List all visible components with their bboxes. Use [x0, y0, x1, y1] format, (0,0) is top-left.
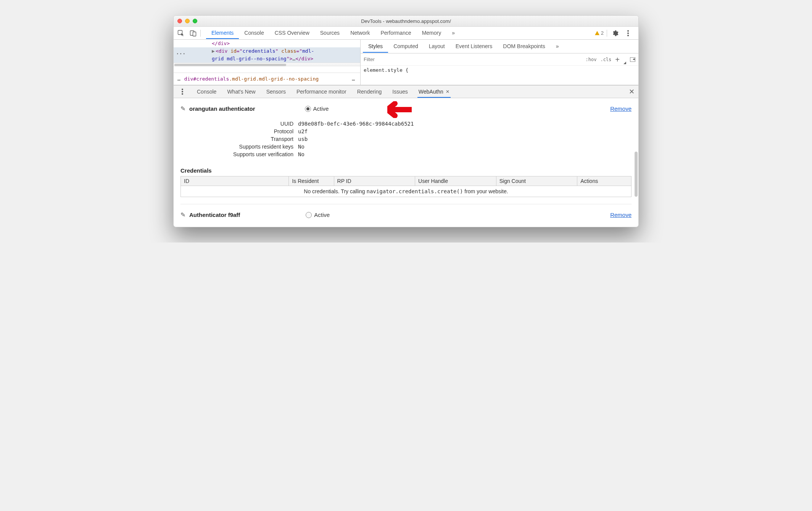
svg-point-5 [627, 35, 629, 36]
col-signcount: Sign Count [496, 176, 577, 186]
warnings-badge[interactable]: 2 [595, 30, 604, 36]
vertical-scrollbar[interactable] [635, 152, 638, 216]
authenticator-name: orangutan authenticator [189, 105, 255, 112]
authenticator-row: ✎ orangutan authenticator Active Remove … [180, 103, 632, 197]
window-title: DevTools - webauthndemo.appspot.com/ [174, 18, 638, 24]
prop-transport-value: usb [298, 136, 308, 142]
tab-elements[interactable]: Elements [206, 27, 239, 39]
styles-tab-dom-breakpoints[interactable]: DOM Breakpoints [498, 40, 550, 53]
cls-toggle[interactable]: .cls [600, 57, 611, 62]
dom-line-prev: </div> [212, 40, 230, 46]
settings-icon[interactable] [610, 28, 620, 38]
col-id: ID [181, 176, 289, 186]
elements-pane: ··· </div> ▶<div id="credentials" class=… [174, 40, 361, 85]
sibling-overflow-icon: ··· [177, 50, 186, 57]
svg-point-7 [182, 91, 183, 92]
remove-authenticator-link[interactable]: Remove [610, 105, 632, 112]
col-userhandle: User Handle [415, 176, 496, 186]
drawer-tab-performance-monitor[interactable]: Performance monitor [295, 86, 348, 98]
col-actions: Actions [577, 176, 632, 186]
tab-performance[interactable]: Performance [375, 27, 416, 39]
dom-tree[interactable]: ··· </div> ▶<div id="credentials" class=… [174, 40, 360, 73]
tab-sources[interactable]: Sources [315, 27, 345, 39]
authenticator-row: ✎ Authenticator f9aff Active Remove [180, 204, 632, 220]
drawer-tabs: Console What's New Sensors Performance m… [174, 85, 638, 98]
close-window-icon[interactable] [177, 19, 182, 23]
authenticator-properties: UUIDd98e08fb-0efc-43e6-968c-99844cab6521… [180, 120, 632, 158]
annotation-arrow-icon [387, 101, 412, 118]
active-radio[interactable] [305, 106, 311, 112]
styles-pane: Styles Computed Layout Event Listeners D… [361, 40, 638, 85]
styles-tabs: Styles Computed Layout Event Listeners D… [361, 40, 638, 53]
breadcrumb-classes: .mdl-grid.mdl-grid--no-spacing [229, 76, 319, 82]
main-toolbar: Elements Console CSS Overview Sources Ne… [174, 27, 638, 40]
style-rule[interactable]: element.style { [361, 66, 638, 74]
webauthn-panel: ✎ orangutan authenticator Active Remove … [174, 98, 638, 220]
col-resident: Is Resident [289, 176, 334, 186]
tab-css-overview[interactable]: CSS Overview [269, 27, 315, 39]
divider [607, 30, 607, 37]
titlebar: DevTools - webauthndemo.appspot.com/ [174, 16, 638, 27]
svg-point-3 [627, 30, 629, 32]
divider [200, 30, 201, 37]
inspect-icon[interactable] [176, 28, 186, 38]
drawer-tab-rendering[interactable]: Rendering [356, 86, 383, 98]
new-style-rule-icon[interactable]: + [615, 56, 620, 63]
prop-uv-value: No [298, 151, 304, 157]
styles-tab-event-listeners[interactable]: Event Listeners [450, 40, 498, 53]
breadcrumb-overflow-left[interactable]: … [177, 76, 182, 82]
minimize-window-icon[interactable] [185, 19, 190, 23]
window-traffic-lights [177, 19, 197, 23]
breadcrumb-overflow-right[interactable]: … [352, 76, 356, 82]
svg-rect-2 [193, 32, 196, 36]
edit-name-icon[interactable]: ✎ [180, 105, 185, 112]
prop-uv-label: Supports user verification [180, 151, 293, 157]
hov-toggle[interactable]: :hov [586, 57, 597, 62]
styles-tab-layout[interactable]: Layout [424, 40, 450, 53]
credentials-heading: Credentials [180, 167, 632, 174]
prop-uuid-label: UUID [180, 121, 293, 127]
active-label: Active [313, 105, 329, 112]
credentials-empty-row: No credentials. Try calling navigator.cr… [181, 186, 632, 197]
styles-filter-input[interactable] [364, 57, 582, 62]
drawer-tab-whats-new[interactable]: What's New [226, 86, 256, 98]
computed-pane-toggle-icon[interactable] [630, 57, 635, 62]
prop-protocol-label: Protocol [180, 128, 293, 134]
resizer-icon[interactable]: ◢ [624, 61, 626, 65]
main-tabs: Elements Console CSS Overview Sources Ne… [206, 27, 593, 39]
device-toggle-icon[interactable] [188, 28, 198, 38]
drawer-tab-webauthn[interactable]: WebAuthn ✕ [417, 86, 451, 98]
breadcrumb[interactable]: … div#credentials.mdl-grid.mdl-grid--no-… [174, 73, 360, 85]
close-drawer-icon[interactable]: ✕ [629, 87, 635, 96]
svg-point-4 [627, 32, 629, 34]
drawer-tab-sensors[interactable]: Sensors [265, 86, 287, 98]
tab-network[interactable]: Network [345, 27, 375, 39]
edit-name-icon[interactable]: ✎ [180, 211, 185, 218]
prop-rk-label: Supports resident keys [180, 144, 293, 150]
prop-transport-label: Transport [180, 136, 293, 142]
tab-console[interactable]: Console [239, 27, 269, 39]
styles-tab-styles[interactable]: Styles [363, 40, 388, 53]
drawer-tab-console[interactable]: Console [196, 86, 218, 98]
drawer-menu-icon[interactable] [177, 87, 187, 97]
tab-memory[interactable]: Memory [417, 27, 447, 39]
kebab-menu-icon[interactable] [623, 28, 633, 38]
selected-dom-node[interactable]: ▶<div id="credentials" class="mdl- [174, 47, 360, 55]
horizontal-scrollbar[interactable] [174, 63, 360, 66]
remove-authenticator-link[interactable]: Remove [610, 212, 632, 218]
close-tab-icon[interactable]: ✕ [446, 89, 450, 94]
col-rpid: RP ID [334, 176, 415, 186]
prop-rk-value: No [298, 144, 304, 150]
styles-tab-computed[interactable]: Computed [388, 40, 424, 53]
tabs-overflow[interactable]: » [446, 27, 460, 39]
active-label: Active [314, 212, 330, 218]
svg-point-8 [182, 93, 183, 95]
prop-protocol-value: u2f [298, 128, 308, 134]
prop-uuid-value: d98e08fb-0efc-43e6-968c-99844cab6521 [298, 121, 414, 127]
drawer-tab-issues[interactable]: Issues [391, 86, 409, 98]
styles-tabs-overflow[interactable]: » [551, 40, 564, 53]
zoom-window-icon[interactable] [193, 19, 197, 23]
active-radio[interactable] [306, 212, 312, 218]
breadcrumb-node[interactable]: div#credentials [184, 76, 229, 82]
warnings-count: 2 [601, 30, 604, 36]
